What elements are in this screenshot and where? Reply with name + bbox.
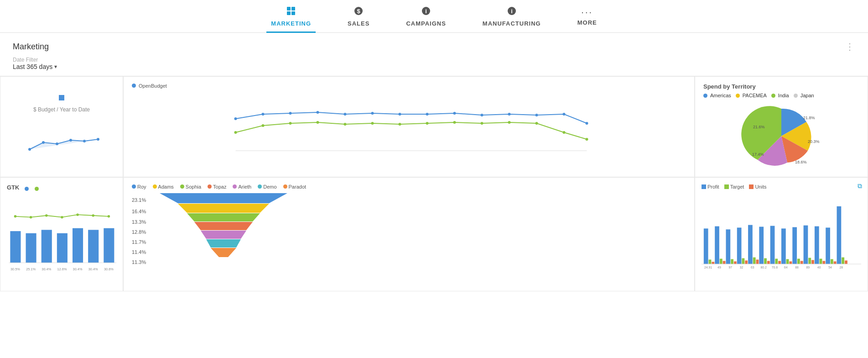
date-filter-dropdown[interactable]: Last 365 days ▾: [13, 63, 855, 70]
bar-legend-dot2: [35, 187, 39, 191]
svg-text:12.6%: 12.6%: [57, 267, 67, 271]
svg-text:70.8: 70.8: [772, 266, 778, 269]
svg-point-23: [399, 113, 401, 116]
svg-point-35: [344, 123, 347, 126]
svg-rect-60: [42, 230, 52, 263]
svg-point-38: [426, 122, 429, 125]
svg-text:i: i: [511, 8, 513, 15]
pie-legend-japan: Japan: [794, 93, 814, 98]
svg-rect-64: [104, 228, 114, 263]
svg-rect-1: [291, 7, 295, 11]
nav-item-campaigns[interactable]: i CAMPAIGNS: [401, 0, 450, 33]
funnel-body: 23.1% 16.4% 13.3% 12.8% 11.7% 11.4% 11.3…: [132, 193, 686, 266]
grouped-bar-chart-card: ⧉ Profit Target Units: [695, 177, 868, 291]
svg-point-13: [56, 142, 58, 145]
svg-point-25: [453, 112, 456, 115]
grouped-bar-header: Profit Target Units: [702, 184, 861, 190]
svg-rect-116: [804, 226, 808, 264]
funnel-label-1: 23.1%: [132, 195, 146, 205]
bar-chart-card: GTK 30.5%: [0, 177, 123, 291]
nav-item-marketing[interactable]: MARKETING: [266, 0, 316, 33]
svg-text:80.2: 80.2: [760, 266, 766, 269]
svg-point-42: [535, 122, 538, 125]
legend-dot-india: [771, 94, 775, 98]
legend-dot-target: [724, 184, 729, 189]
svg-rect-84: [715, 226, 719, 264]
legend-dot-units: [749, 184, 754, 189]
pie-chart-title: Spend by Territory: [703, 83, 859, 90]
svg-rect-92: [737, 227, 742, 264]
nav-item-sales[interactable]: $ SALES: [343, 0, 374, 33]
svg-rect-59: [26, 233, 36, 263]
more-options-button[interactable]: ⋮: [845, 41, 855, 52]
pie-chart-card: Spend by Territory Americas PACEMEA Indi…: [695, 76, 868, 177]
svg-rect-106: [778, 261, 781, 264]
svg-point-17: [234, 117, 237, 120]
svg-rect-63: [88, 230, 99, 263]
svg-point-33: [289, 122, 292, 125]
svg-point-43: [563, 131, 566, 134]
funnel-label-2: 16.4%: [132, 207, 146, 216]
svg-point-27: [508, 113, 511, 116]
svg-point-22: [371, 112, 374, 115]
svg-point-14: [69, 139, 72, 142]
legend-dot-profit: [702, 184, 706, 189]
svg-rect-117: [808, 258, 811, 264]
svg-rect-124: [826, 227, 830, 264]
svg-rect-62: [73, 228, 83, 263]
nav-item-manufacturing[interactable]: i MANUFACTURING: [478, 0, 546, 33]
svg-point-32: [262, 124, 265, 127]
svg-rect-2: [287, 11, 291, 15]
pie-svg-wrapper: 21.8% 20.3% 18.6% 17.4% 21.6%: [703, 102, 859, 170]
svg-rect-80: [704, 228, 708, 264]
nav-label-sales: SALES: [348, 20, 369, 27]
funnel-legend-topaz: Topaz: [208, 184, 226, 190]
svg-marker-73: [160, 193, 287, 203]
svg-marker-74: [178, 204, 269, 213]
svg-rect-90: [734, 261, 737, 264]
svg-point-51: [14, 215, 17, 218]
marketing-icon: [286, 6, 296, 18]
funnel-legend-paradot: Paradot: [283, 184, 307, 190]
bar-chart-legend: [25, 187, 40, 191]
svg-point-57: [108, 215, 110, 218]
funnel-legend-arieth: Arieth: [233, 184, 251, 190]
nav-item-more[interactable]: ··· MORE: [573, 0, 602, 33]
svg-point-24: [426, 113, 429, 116]
svg-text:88: 88: [795, 266, 799, 269]
nav-label-marketing: MARKETING: [271, 20, 311, 27]
svg-rect-128: [837, 206, 842, 264]
svg-point-56: [92, 214, 94, 217]
pie-legend-pacemea: PACEMEA: [736, 93, 767, 98]
svg-rect-89: [731, 259, 733, 264]
svg-marker-77: [201, 231, 246, 239]
svg-text:97: 97: [728, 266, 732, 269]
funnel-legend-roy: Roy: [132, 184, 146, 190]
svg-text:24.91: 24.91: [704, 266, 712, 269]
card-link-icon[interactable]: ⧉: [858, 182, 862, 190]
pie-legend-americas: Americas: [703, 93, 731, 98]
bar-legend-dot1: [25, 187, 29, 191]
svg-text:40: 40: [817, 266, 821, 269]
svg-rect-113: [797, 259, 800, 264]
svg-point-36: [371, 122, 374, 125]
grouped-bar-title: Profit Target Units: [702, 184, 766, 190]
svg-point-15: [83, 140, 86, 142]
line-chart-legend: OpenBudget: [132, 83, 686, 89]
bar-chart-header: GTK: [7, 184, 116, 194]
legend-profit: Profit: [702, 184, 719, 190]
svg-rect-109: [786, 259, 789, 264]
svg-marker-75: [187, 213, 260, 221]
svg-rect-100: [759, 227, 764, 264]
svg-rect-88: [726, 229, 730, 264]
dashboard-grid: $ Budget / Year to Date OpenBudget: [0, 76, 868, 291]
svg-marker-76: [194, 222, 253, 230]
svg-point-12: [42, 141, 45, 144]
filter-label: Date Filter: [13, 57, 855, 63]
svg-rect-120: [815, 226, 819, 264]
svg-point-11: [28, 148, 31, 151]
bar-chart-svg: 30.5% 25.1% 30.4% 12.6% 30.4% 30.4% 30.6…: [7, 196, 116, 279]
svg-rect-96: [748, 225, 753, 264]
svg-text:17.4%: 17.4%: [752, 152, 764, 157]
svg-text:25.1%: 25.1%: [26, 267, 36, 271]
